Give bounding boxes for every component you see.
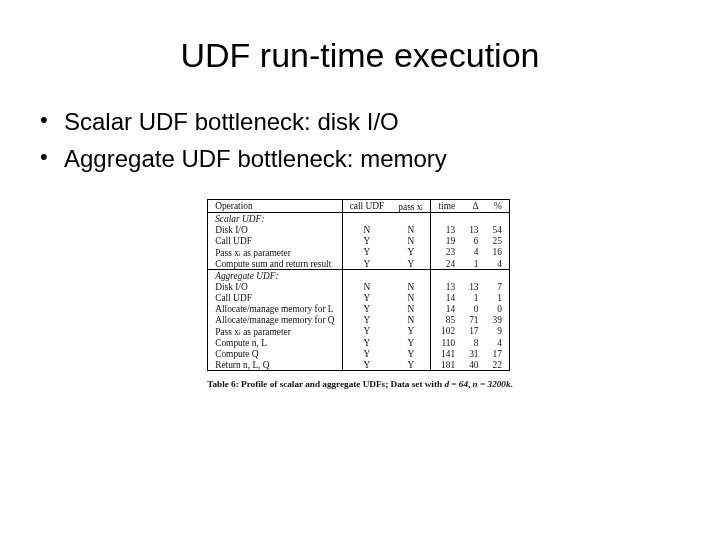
bullet-scalar: Scalar UDF bottleneck: disk I/O	[40, 103, 690, 140]
bullet-list: Scalar UDF bottleneck: disk I/O Aggregat…	[40, 103, 690, 177]
col-pass-xi: pass xᵢ	[391, 200, 431, 213]
table-row: Compute n, L Y Y 110 8 4	[208, 337, 510, 348]
page-title: UDF run-time execution	[30, 36, 690, 75]
col-pct: %	[486, 200, 510, 213]
table-row: Compute sum and return result Y Y 24 1 4	[208, 258, 510, 270]
bullet-aggregate: Aggregate UDF bottleneck: memory	[40, 140, 690, 177]
table-row: Allocate/manage memory for Q Y N 85 71 3…	[208, 314, 510, 325]
table-row: Disk I/O N N 13 13 54	[208, 224, 510, 235]
section-scalar-label: Scalar UDF:	[208, 213, 343, 225]
table-block: Operation call UDF pass xᵢ time Δ % Scal…	[207, 199, 513, 389]
profile-table: Operation call UDF pass xᵢ time Δ % Scal…	[207, 199, 510, 371]
table-row: Call UDF Y N 19 6 25	[208, 235, 510, 246]
table-header-row: Operation call UDF pass xᵢ time Δ %	[208, 200, 510, 213]
table-caption: Table 6: Profile of scalar and aggregate…	[207, 379, 513, 389]
table-row: Pass xᵢ as parameter Y Y 23 4 16	[208, 246, 510, 258]
col-delta: Δ	[462, 200, 485, 213]
section-aggregate: Aggregate UDF:	[208, 270, 510, 282]
table-row: Allocate/manage memory for L Y N 14 0 0	[208, 303, 510, 314]
table-row: Compute Q Y Y 141 31 17	[208, 348, 510, 359]
table-wrap: Operation call UDF pass xᵢ time Δ % Scal…	[30, 199, 690, 389]
table-row: Pass xᵢ as parameter Y Y 102 17 9	[208, 325, 510, 337]
table-row: Return n, L, Q Y Y 181 40 22	[208, 359, 510, 371]
table-row: Disk I/O N N 13 13 7	[208, 281, 510, 292]
section-aggregate-label: Aggregate UDF:	[208, 270, 343, 282]
table-row: Call UDF Y N 14 1 1	[208, 292, 510, 303]
col-time: time	[431, 200, 462, 213]
col-operation: Operation	[208, 200, 343, 213]
slide: UDF run-time execution Scalar UDF bottle…	[0, 0, 720, 409]
section-scalar: Scalar UDF:	[208, 213, 510, 225]
col-call-udf: call UDF	[342, 200, 391, 213]
